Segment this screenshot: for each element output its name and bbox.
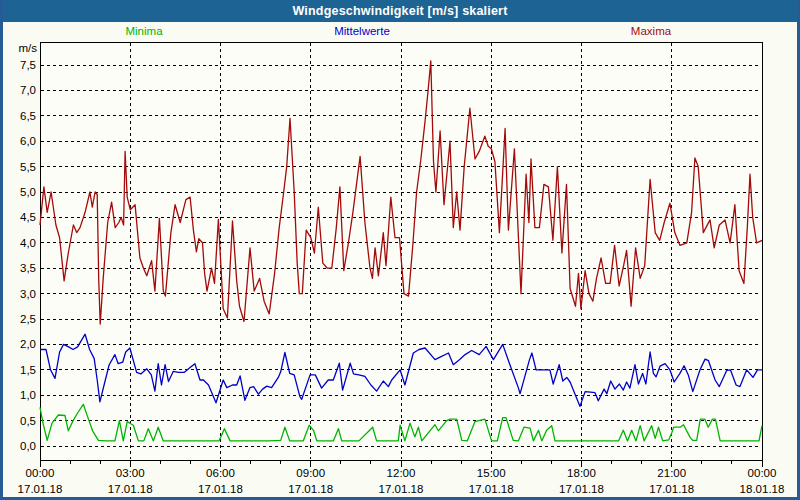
y-tick-label: 2,5 xyxy=(20,313,36,325)
x-tick-date-label: 18.01.18 xyxy=(740,483,785,495)
y-tick-label: 0,5 xyxy=(20,415,36,427)
x-tick-date-label: 17.01.18 xyxy=(18,483,63,495)
x-tick-date-label: 17.01.18 xyxy=(649,483,694,495)
x-tick-date-label: 17.01.18 xyxy=(108,483,153,495)
x-tick-date-label: 17.01.18 xyxy=(469,483,514,495)
y-tick-label: 5,5 xyxy=(20,161,36,173)
app-window: 0,00,51,01,52,02,53,03,54,04,55,05,56,06… xyxy=(0,0,800,500)
x-tick-time-label: 15:00 xyxy=(477,467,506,479)
y-tick-label: 6,5 xyxy=(20,110,36,122)
x-tick-time-label: 00:00 xyxy=(748,467,777,479)
y-axis-unit-label: m/s xyxy=(18,42,37,54)
y-tick-label: 4,5 xyxy=(20,211,36,223)
y-tick-label: 5,0 xyxy=(20,186,36,198)
y-tick-label: 4,0 xyxy=(20,237,36,249)
x-tick-time-label: 00:00 xyxy=(26,467,55,479)
y-tick-label: 3,5 xyxy=(20,262,36,274)
y-tick-label: 3,0 xyxy=(20,288,36,300)
y-tick-label: 0,0 xyxy=(20,440,36,452)
legend-label-maxima: Maxima xyxy=(631,25,671,37)
x-tick-time-label: 21:00 xyxy=(657,467,686,479)
x-tick-time-label: 03:00 xyxy=(116,467,145,479)
page-title: Windgeschwindigkeit [m/s] skaliert xyxy=(292,4,507,18)
x-tick-date-label: 17.01.18 xyxy=(559,483,604,495)
x-tick-time-label: 09:00 xyxy=(296,467,325,479)
x-tick-time-label: 12:00 xyxy=(387,467,416,479)
x-tick-time-label: 06:00 xyxy=(206,467,235,479)
x-tick-date-label: 17.01.18 xyxy=(379,483,424,495)
x-tick-date-label: 17.01.18 xyxy=(198,483,243,495)
y-tick-label: 1,0 xyxy=(20,389,36,401)
y-tick-label: 6,0 xyxy=(20,135,36,147)
title-bar: Windgeschwindigkeit [m/s] skaliert xyxy=(0,0,800,22)
y-tick-label: 7,5 xyxy=(20,59,36,71)
y-tick-label: 7,0 xyxy=(20,84,36,96)
x-tick-time-label: 18:00 xyxy=(567,467,596,479)
y-tick-label: 1,5 xyxy=(20,364,36,376)
wind-speed-chart: 0,00,51,01,52,02,53,03,54,04,55,05,56,06… xyxy=(0,0,800,500)
legend-label-minima: Minima xyxy=(125,25,162,37)
y-tick-label: 2,0 xyxy=(20,338,36,350)
x-tick-date-label: 17.01.18 xyxy=(288,483,333,495)
legend-label-mittelwerte: Mittelwerte xyxy=(334,25,390,37)
